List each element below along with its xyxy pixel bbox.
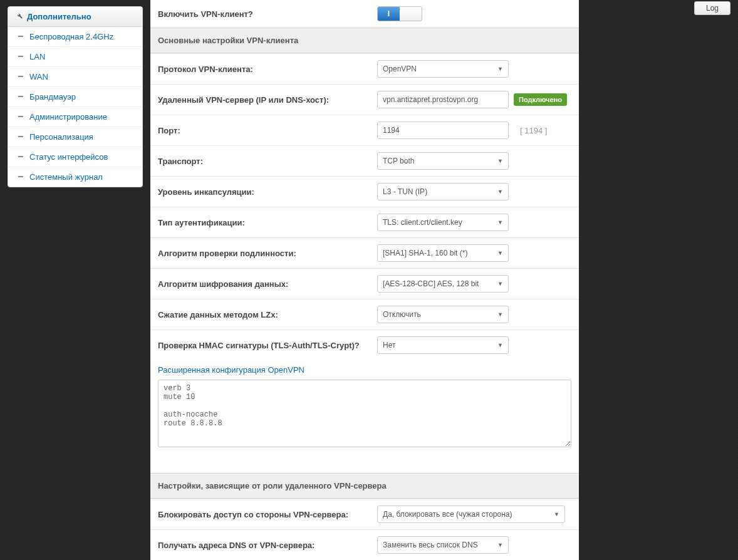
protocol-value: OpenVPN [383,65,417,73]
sidebar-item-label: LAN [29,52,45,61]
port-hint: [ 1194 ] [520,126,547,135]
main-panel: Включить VPN-клиент? I Основные настройк… [150,0,579,560]
port-input[interactable] [377,122,509,139]
status-badge: Подключено [514,93,567,106]
block-value: Да, блокировать все (чужая сторона) [383,510,512,519]
row-transport: Транспорт: TCP both [150,145,579,176]
encaps-select[interactable]: L3 - TUN (IP) [377,183,509,200]
authalg-label: Алгоритм проверки подлинности: [158,249,377,258]
section-basic-title: Основные настройки VPN-клиента [150,28,579,53]
transport-select[interactable]: TCP both [377,152,509,170]
cipher-value: [AES-128-CBC] AES, 128 bit [383,279,479,288]
hmac-value: Нет [383,341,395,350]
row-cipher: Алгоритм шифрования данных: [AES-128-CBC… [150,268,579,299]
block-label: Блокировать доступ со стороны VPN-сервер… [158,510,377,519]
sidebar-item-wireless[interactable]: Беспроводная 2.4GHz [8,27,142,47]
toggle-off [400,7,422,21]
sidebar: Дополнительно Беспроводная 2.4GHz LAN WA… [8,6,143,187]
wrench-icon [16,12,23,21]
sidebar-item-wan[interactable]: WAN [8,67,142,87]
transport-value: TCP both [383,157,414,165]
server-input[interactable] [377,91,509,108]
sidebar-item-admin[interactable]: Администрирование [8,107,142,127]
transport-label: Транспорт: [158,157,377,166]
compress-select[interactable]: Отключить [377,306,509,323]
hmac-select[interactable]: Нет [377,336,509,354]
sidebar-item-syslog[interactable]: Системный журнал [8,167,142,187]
sidebar-header[interactable]: Дополнительно [8,7,142,27]
dns-value: Заменить весь список DNS [383,541,478,549]
row-protocol: Протокол VPN-клиента: OpenVPN [150,53,579,84]
sidebar-item-label: Беспроводная 2.4GHz [29,32,113,41]
row-block: Блокировать доступ со стороны VPN-сервер… [150,499,579,529]
protocol-select[interactable]: OpenVPN [377,60,509,78]
authalg-value: [SHA1] SHA-1, 160 bit (*) [383,249,467,257]
row-encaps: Уровень инкапсуляции: L3 - TUN (IP) [150,176,579,207]
compress-value: Отключить [383,310,421,319]
sidebar-item-firewall[interactable]: Брандмауэр [8,87,142,107]
enable-vpn-label: Включить VPN-клиент? [158,9,377,19]
log-button[interactable]: Log [694,1,730,15]
sidebar-item-label: Системный журнал [29,172,103,182]
sidebar-item-label: Брандмауэр [29,92,76,101]
sidebar-item-label: Статус интерфейсов [29,152,108,162]
row-compress: Сжатие данных методом LZx: Отключить [150,299,579,329]
sidebar-item-label: WAN [29,72,48,81]
encaps-label: Уровень инкапсуляции: [158,187,377,197]
block-select[interactable]: Да, блокировать все (чужая сторона) [377,506,565,523]
port-label: Порт: [158,126,377,135]
hmac-label: Проверка HMAC сигнатуры (TLS-Auth/TLS-Cr… [158,341,377,350]
dns-select[interactable]: Заменить весь список DNS [377,536,509,554]
sidebar-item-personalization[interactable]: Персонализация [8,127,142,147]
cipher-select[interactable]: [AES-128-CBC] AES, 128 bit [377,275,509,293]
row-port: Порт: [ 1194 ] [150,115,579,145]
row-hmac: Проверка HMAC сигнатуры (TLS-Auth/TLS-Cr… [150,329,579,360]
row-dns: Получать адреса DNS от VPN-сервера: Заме… [150,529,579,560]
sidebar-header-label: Дополнительно [27,12,91,21]
server-label: Удаленный VPN-сервер (IP или DNS-хост): [158,95,377,105]
toggle-on: I [378,7,400,21]
encaps-value: L3 - TUN (IP) [383,187,427,196]
cipher-label: Алгоритм шифрования данных: [158,279,377,289]
section-role-title: Настройки, зависящие от роли удаленного … [150,473,579,499]
compress-label: Сжатие данных методом LZx: [158,310,377,319]
dns-label: Получать адреса DNS от VPN-сервера: [158,541,377,550]
enable-vpn-toggle[interactable]: I [377,6,422,21]
advanced-config-link[interactable]: Расширенная конфигурация OpenVPN [158,365,304,375]
row-authalg: Алгоритм проверки подлинности: [SHA1] SH… [150,237,579,268]
row-authtype: Тип аутентификации: TLS: client.crt/clie… [150,207,579,237]
sidebar-item-lan[interactable]: LAN [8,47,142,67]
advanced-config-textarea[interactable] [158,380,571,447]
sidebar-item-ifstatus[interactable]: Статус интерфейсов [8,147,142,167]
sidebar-item-label: Персонализация [29,132,93,142]
protocol-label: Протокол VPN-клиента: [158,65,377,74]
authtype-value: TLS: client.crt/client.key [383,218,462,227]
authalg-select[interactable]: [SHA1] SHA-1, 160 bit (*) [377,244,509,262]
row-server: Удаленный VPN-сервер (IP или DNS-хост): … [150,84,579,115]
authtype-select[interactable]: TLS: client.crt/client.key [377,214,509,231]
row-enable-vpn: Включить VPN-клиент? I [150,0,579,28]
authtype-label: Тип аутентификации: [158,218,377,227]
sidebar-item-label: Администрирование [29,112,107,122]
